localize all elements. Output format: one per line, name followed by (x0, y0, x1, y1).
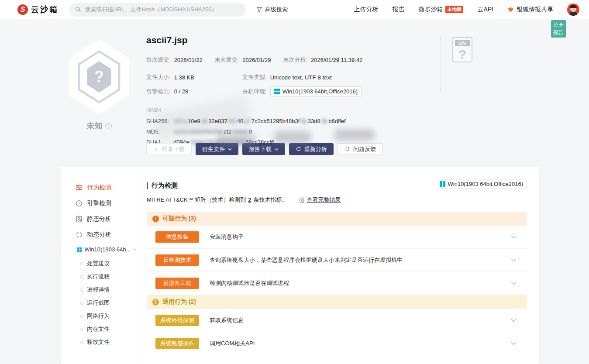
hash-segment: cf2 (224, 128, 231, 135)
blur-smudge (334, 129, 375, 141)
sidebar-subitem[interactable]: 执行流程 (80, 270, 137, 283)
refresh-icon (296, 146, 301, 152)
hash-redacted-segment: 5b (321, 118, 327, 124)
hash-segment: 10e9 (188, 118, 200, 124)
view-full-results-link[interactable]: 查看完整结果 (299, 196, 341, 204)
sidebar-item-engine-detection[interactable]: 引擎检测 (61, 196, 137, 211)
sidebar-subitem[interactable]: 释放文件 (80, 336, 137, 349)
search-input[interactable] (85, 6, 240, 13)
chevron-up-icon (133, 248, 137, 251)
behavior-description: 查询系统硬盘大小，某些恶意程序会根据硬盘大小来判定是否运行在虚拟机中 (210, 256, 511, 264)
logo-s-icon: S (17, 4, 28, 15)
sidebar-subitem[interactable]: 进程详情 (80, 283, 137, 296)
first-submit-value: 2026/01/22 (174, 57, 203, 63)
nav-silverfox-intel[interactable]: 银狐情报共享 (507, 6, 553, 14)
behavior-row[interactable]: 系统环境探测获取系统信息 (147, 309, 527, 332)
chevron-down-icon[interactable] (511, 342, 517, 345)
warning-icon: ! (152, 216, 159, 222)
behavior-description: 调用COM相关API (210, 340, 511, 347)
report-download-button[interactable]: 报告下载 (242, 143, 285, 155)
nav-label: 云API (477, 6, 493, 14)
verdict-label: 未知 (87, 120, 103, 131)
file-type-value: Unicode text, UTF-8 text (270, 74, 332, 81)
chevron-down-icon[interactable] (511, 258, 517, 262)
behavior-description: 获取系统信息 (210, 316, 511, 324)
behavior-description: 安装消息钩子 (210, 233, 511, 241)
blur-smudge (274, 131, 311, 143)
behavior-description: 检测内核调试器是否在调试进程 (210, 279, 511, 287)
chevron-down-icon[interactable] (511, 282, 517, 285)
nav-sandbox[interactable]: 微步沙箱 本地版 (418, 6, 463, 14)
behavior-row[interactable]: 系统敏感操作调用COM相关API (147, 332, 527, 355)
hash-value: b91a10e9d832e837f4940e77c2cb51295b48b3f9… (173, 118, 346, 124)
hash-segment: b6dffef (328, 118, 346, 124)
user-avatar[interactable] (567, 3, 579, 16)
sidebar-item-dynamic-analysis[interactable]: 动态分析 (61, 227, 137, 243)
nav-reports[interactable]: 报告 (392, 6, 404, 14)
advanced-search-button[interactable]: 高级搜索 (256, 6, 288, 14)
hash-label: SHA256: (146, 118, 173, 124)
bell-icon (344, 146, 350, 152)
search-icon (75, 6, 81, 13)
help-circle-icon[interactable]: ? (105, 123, 112, 129)
hash-value: a1b2c3d4e5f6a7b8cf20d4e50 (173, 128, 252, 135)
document-search-icon (76, 216, 83, 223)
nav-upload-analysis[interactable]: 上传分析 (354, 6, 378, 14)
hash-redacted-segment: d8 (201, 118, 207, 124)
sidebar-item-static-analysis[interactable]: 静态分析 (61, 211, 137, 227)
chevron-down-icon[interactable] (511, 235, 517, 239)
chevron-down-icon (275, 148, 279, 151)
behavior-detection-panel: 行为检测 MITRE ATT&CK™ 矩阵（技术）检测到 2 条技术指标。 查看… (137, 167, 539, 364)
nav-cloud-api[interactable]: 云API (477, 6, 493, 14)
sidebar-subitem[interactable]: 内存文件 (80, 323, 137, 336)
windows-icon (77, 247, 82, 252)
top-navigation-bar: S 云沙箱 高级搜索 上传分析 报告 微步沙箱 本地版 云API 银狐情报共享 (0, 0, 589, 19)
chevron-down-icon[interactable] (511, 319, 517, 322)
behavior-tag: 反逆向工程 (155, 278, 199, 289)
engine-detect-value: 0 / 28 (174, 88, 189, 95)
derived-files-button[interactable]: 衍生文件 (196, 143, 238, 155)
env-selector-chip[interactable]: Win10(1903 64bit,Office2016) (436, 179, 527, 189)
fox-icon (507, 6, 514, 13)
feedback-button[interactable]: 问题反馈 (338, 143, 383, 155)
last-submit-value: 2026/01/29 (242, 57, 271, 63)
behavior-row[interactable]: 信息搜集安装消息钩子 (147, 226, 527, 249)
behavior-monitor-icon (76, 184, 83, 191)
verdict-hexagon-block: ? 未知 ? (65, 39, 134, 131)
download-icon (153, 146, 159, 152)
hash-segment: 33d8 (308, 118, 320, 124)
reanalyze-button[interactable]: 重新分析 (289, 143, 334, 155)
hash-segment: 0 (249, 128, 252, 135)
sidebar-subitem[interactable]: 处置建议 (80, 257, 137, 270)
app-logo[interactable]: S 云沙箱 (17, 4, 59, 15)
public-report-tag[interactable]: 公开报告 (551, 20, 566, 38)
group-title: 可疑行为 (3) (162, 215, 196, 223)
windows-icon (440, 181, 445, 187)
nav-label: 上传分析 (354, 6, 378, 14)
cycle-icon (76, 231, 83, 238)
unknown-stamp: UN ? (452, 37, 472, 62)
mitre-summary-row: MITRE ATT&CK™ 矩阵（技术）检测到 2 条技术指标。 查看完整结果 (147, 196, 527, 204)
hash-redacted-segment: 0d4e5 (232, 128, 248, 135)
search-bar[interactable] (69, 3, 246, 17)
sidebar-subitem[interactable]: 运行截图 (80, 296, 137, 309)
sidebar-env-node[interactable]: Win10(1903 64b... (61, 243, 137, 255)
analysis-env-chip[interactable]: Win10(1903 64bit,Office2016) (270, 86, 362, 96)
sidebar-subitem[interactable]: 网络行为 (80, 309, 137, 323)
sample-download-button[interactable]: 样本下载 (146, 143, 192, 155)
hash-segment: 40 (237, 118, 243, 124)
last-analysis-value: 2026/01/29 11:39:42 (311, 57, 362, 63)
sidebar-item-behavior-detection[interactable]: 行为检测 (61, 180, 137, 196)
local-version-badge: 本地版 (445, 6, 463, 13)
last-analysis-label: 末次分析: (283, 56, 307, 64)
generic-group-banner: !通用行为 (2) (147, 295, 527, 309)
nav-label: 银狐情报共享 (517, 6, 553, 14)
sidebar-item-label: 动态分析 (87, 231, 111, 239)
file-size-value: 1.38 KB (174, 74, 194, 81)
behavior-row[interactable]: 反检测技术查询系统硬盘大小，某些恶意程序会根据硬盘大小来判定是否运行在虚拟机中 (147, 249, 527, 272)
button-label: 重新分析 (304, 145, 327, 153)
advanced-search-label: 高级搜索 (265, 6, 288, 14)
behavior-row[interactable]: 反逆向工程检测内核调试器是否在调试进程 (147, 272, 527, 295)
header-divider (440, 35, 441, 93)
group-title: 通用行为 (2) (162, 298, 196, 306)
